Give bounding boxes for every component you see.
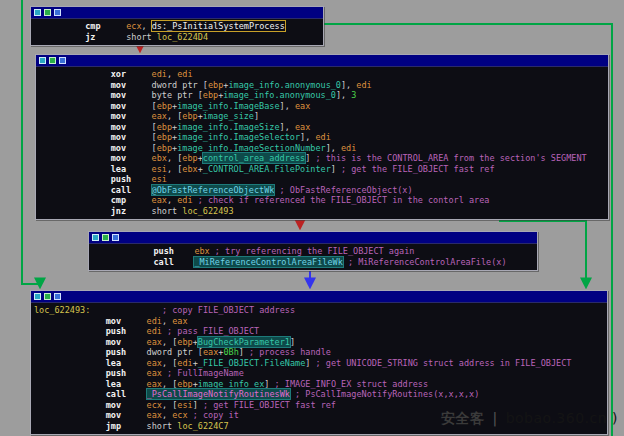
code-indent <box>34 368 106 378</box>
watermark-separator: | <box>492 410 497 426</box>
register: esi <box>152 174 167 184</box>
code-text: , <box>167 195 177 205</box>
node-collapse-icon[interactable] <box>34 293 41 300</box>
code-text: ] <box>290 337 295 347</box>
node-group-icon[interactable] <box>44 9 51 16</box>
code-indent <box>39 80 111 90</box>
code-indent <box>39 174 111 184</box>
register: ebx <box>152 153 167 163</box>
code-line[interactable]: mov [ebp+image_info.ImageSize], eax <box>39 122 604 133</box>
code-line[interactable]: mov ebx, [ebp+control_area_address] ; th… <box>39 153 604 164</box>
basic-block-reference-control-area[interactable]: push ebx ; try referencing the FILE_OBJE… <box>88 231 538 271</box>
code-line[interactable]: mov dword ptr [ebp+image_info.anonymous_… <box>39 80 604 91</box>
register: edi <box>315 132 330 142</box>
code-indent <box>39 195 111 205</box>
code-line[interactable]: mov byte ptr [ebp+image_info.anonymous_0… <box>39 90 604 101</box>
comment: ; pass FILE_OBJECT <box>162 326 259 336</box>
code-line[interactable]: call @ObFastReferenceObjectWk ; ObFastRe… <box>39 185 604 196</box>
code-label: loc_622493: <box>34 305 90 315</box>
register: edi <box>177 69 192 79</box>
code-line[interactable]: push eax ; FullImageName <box>34 368 603 379</box>
code-listing: push ebx ; try referencing the FILE_OBJE… <box>89 244 537 270</box>
block-title-bar[interactable] <box>31 7 323 19</box>
code-line[interactable]: loc_622493: ; copy FILE_OBJECT address <box>34 305 603 316</box>
code-line[interactable]: xor edi, edi <box>39 69 604 80</box>
ida-graph-view: cmp ecx, ds:_PsInitialSystemProcess jz s… <box>0 0 624 436</box>
code-text: , <box>162 316 172 326</box>
comment: ; check if referenced the FILE_OBJECT in… <box>193 195 490 205</box>
mnemonic: mov <box>106 316 147 326</box>
code-line[interactable]: push dword ptr [eax+0Bh] ; process handl… <box>34 347 603 358</box>
mnemonic: jmp <box>106 421 147 431</box>
comment: ; get FILE_OBJECT fast ref <box>198 400 336 410</box>
code-text: , [ <box>162 358 177 368</box>
node-group-icon[interactable] <box>49 57 56 64</box>
mnemonic: lea <box>111 164 152 174</box>
code-text: , <box>167 69 177 79</box>
comment: ; MiReferenceControlAreaFile(x) <box>343 257 507 267</box>
node-group-icon[interactable] <box>44 293 51 300</box>
code-indent <box>39 206 111 216</box>
code-line[interactable]: push edi ; pass FILE_OBJECT <box>34 326 603 337</box>
register: eax <box>295 122 310 132</box>
node-collapse-icon[interactable] <box>34 9 41 16</box>
identifier-highlight: control_area_address <box>203 153 305 163</box>
mnemonic: mov <box>111 143 152 153</box>
comment: ; get the FILE_OBJECT fast ref <box>336 164 495 174</box>
node-collapse-icon[interactable] <box>39 57 46 64</box>
register: ebp <box>182 153 197 163</box>
code-line[interactable]: call _PsCallImageNotifyRoutinesWk ; PsCa… <box>34 389 603 400</box>
code-line[interactable]: push esi <box>39 174 604 185</box>
comment: ; get UNICODE_STRING struct address in F… <box>310 358 571 368</box>
register: ebp <box>208 80 223 90</box>
code-text: ], <box>300 132 315 142</box>
code-text: , <box>142 21 152 31</box>
node-color-icon[interactable] <box>54 9 61 16</box>
node-color-icon[interactable] <box>112 234 119 241</box>
code-line[interactable]: mov edi, eax <box>34 316 603 327</box>
code-line[interactable]: call _MiReferenceControlAreaFileWk ; MiR… <box>92 257 533 268</box>
block-title-bar[interactable] <box>31 291 607 303</box>
node-color-icon[interactable] <box>54 293 61 300</box>
register: eax <box>147 337 162 347</box>
code-line[interactable]: jnz short loc_622493 <box>39 206 604 217</box>
basic-block-cmp-system-process[interactable]: cmp ecx, ds:_PsInitialSystemProcess jz s… <box>30 6 324 46</box>
code-text: ] <box>254 111 259 121</box>
code-indent <box>90 305 162 315</box>
mnemonic: jnz <box>111 206 152 216</box>
comment: ; IMAGE_INFO_EX struct address <box>269 379 428 389</box>
code-line[interactable]: mov [ebp+image_info.ImageSelector], edi <box>39 132 604 143</box>
register: edi <box>147 316 162 326</box>
code-line[interactable]: mov ecx, [esi] ; get FILE_OBJECT fast re… <box>34 400 603 411</box>
node-group-icon[interactable] <box>102 234 109 241</box>
code-line[interactable]: cmp eax, edi ; check if referenced the F… <box>39 195 604 206</box>
code-line[interactable]: mov eax, [ebp+BugCheckParameter1] <box>34 337 603 348</box>
register: ebp <box>177 379 192 389</box>
code-listing: cmp ecx, ds:_PsInitialSystemProcess jz s… <box>31 19 323 45</box>
identifier: _FILE_OBJECT.FileName <box>198 358 305 368</box>
comment: ; this is the CONTROL_AREA from the sect… <box>310 153 586 163</box>
register: ebp <box>203 90 218 100</box>
code-indent <box>92 257 153 267</box>
code-line[interactable]: mov [ebp+image_info.ImageSectionNumber],… <box>39 143 604 154</box>
block-title-bar[interactable] <box>36 55 608 67</box>
code-indent <box>39 153 111 163</box>
code-line[interactable]: push ebx ; try referencing the FILE_OBJE… <box>92 246 533 257</box>
node-collapse-icon[interactable] <box>92 234 99 241</box>
code-line[interactable]: lea eax, [edi+_FILE_OBJECT.FileName] ; g… <box>34 358 603 369</box>
code-indent <box>34 421 106 431</box>
code-line[interactable]: jz short loc_6224D4 <box>34 32 319 43</box>
code-line[interactable]: lea eax, [ebp+image_info_ex] ; IMAGE_INF… <box>34 379 603 390</box>
code-line[interactable]: lea esi, [ebx+_CONTROL_AREA.FilePointer]… <box>39 164 604 175</box>
comment: ; copy FILE_OBJECT address <box>162 305 295 315</box>
code-line[interactable]: mov eax, [ebp+image_size] <box>39 111 604 122</box>
code-line[interactable]: mov [ebp+image_info.ImageBase], eax <box>39 101 604 112</box>
block-title-bar[interactable] <box>89 232 537 244</box>
mnemonic: xor <box>111 69 152 79</box>
node-color-icon[interactable] <box>59 57 66 64</box>
code-line[interactable]: cmp ecx, ds:_PsInitialSystemProcess <box>34 21 319 32</box>
code-text: ], <box>280 122 295 132</box>
keyword: dword ptr <box>147 347 198 357</box>
register: esi <box>177 400 192 410</box>
basic-block-image-info-setup[interactable]: xor edi, edi mov dword ptr [ebp+image_in… <box>35 54 609 220</box>
